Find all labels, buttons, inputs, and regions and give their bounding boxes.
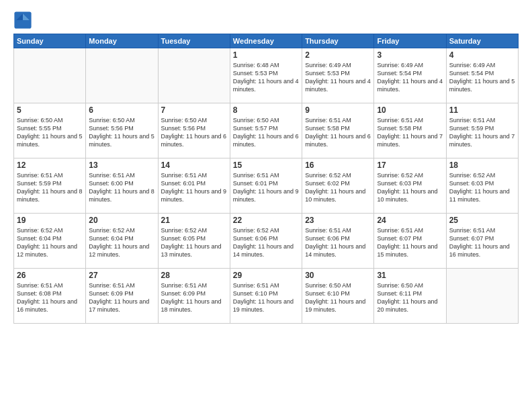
day-info: Sunrise: 6:51 AMSunset: 6:07 PMDaylight:…	[449, 226, 515, 259]
week-row-3: 12Sunrise: 6:51 AMSunset: 5:59 PMDayligh…	[14, 158, 519, 214]
day-number: 14	[161, 161, 227, 170]
day-info: Sunrise: 6:52 AMSunset: 6:02 PMDaylight:…	[305, 171, 371, 204]
day-number: 13	[89, 161, 154, 170]
day-cell: 28Sunrise: 6:51 AMSunset: 6:09 PMDayligh…	[158, 269, 230, 324]
day-info: Sunrise: 6:49 AMSunset: 5:54 PMDaylight:…	[377, 61, 443, 94]
day-info: Sunrise: 6:51 AMSunset: 6:09 PMDaylight:…	[161, 281, 227, 314]
day-info: Sunrise: 6:52 AMSunset: 6:05 PMDaylight:…	[161, 226, 227, 259]
day-info: Sunrise: 6:50 AMSunset: 6:10 PMDaylight:…	[305, 281, 371, 314]
day-number: 20	[89, 216, 154, 225]
day-cell: 30Sunrise: 6:50 AMSunset: 6:10 PMDayligh…	[302, 269, 374, 324]
day-info: Sunrise: 6:51 AMSunset: 6:08 PMDaylight:…	[17, 281, 83, 314]
week-row-1: 1Sunrise: 6:48 AMSunset: 5:53 PMDaylight…	[14, 48, 519, 103]
day-cell: 2Sunrise: 6:49 AMSunset: 5:53 PMDaylight…	[302, 48, 374, 103]
day-cell: 18Sunrise: 6:52 AMSunset: 6:03 PMDayligh…	[446, 158, 518, 214]
weekday-header-row: SundayMondayTuesdayWednesdayThursdayFrid…	[14, 34, 519, 48]
day-info: Sunrise: 6:49 AMSunset: 5:54 PMDaylight:…	[449, 61, 515, 94]
logo	[13, 11, 35, 30]
day-cell: 20Sunrise: 6:52 AMSunset: 6:04 PMDayligh…	[86, 214, 158, 269]
day-cell	[158, 48, 230, 103]
weekday-header-saturday: Saturday	[446, 34, 518, 48]
day-info: Sunrise: 6:51 AMSunset: 6:09 PMDaylight:…	[89, 281, 154, 314]
day-number: 5	[17, 105, 83, 115]
day-number: 31	[377, 271, 443, 280]
day-cell: 8Sunrise: 6:50 AMSunset: 5:57 PMDaylight…	[230, 103, 302, 158]
day-cell: 31Sunrise: 6:50 AMSunset: 6:11 PMDayligh…	[374, 269, 446, 324]
day-info: Sunrise: 6:50 AMSunset: 5:56 PMDaylight:…	[89, 116, 154, 149]
day-number: 2	[305, 50, 371, 60]
day-cell: 25Sunrise: 6:51 AMSunset: 6:07 PMDayligh…	[446, 214, 518, 269]
day-number: 16	[305, 161, 371, 170]
day-number: 12	[17, 161, 83, 170]
day-cell: 13Sunrise: 6:51 AMSunset: 6:00 PMDayligh…	[86, 158, 158, 214]
day-number: 3	[377, 50, 443, 60]
day-number: 10	[377, 105, 443, 115]
weekday-header-tuesday: Tuesday	[158, 34, 230, 48]
day-cell: 14Sunrise: 6:51 AMSunset: 6:01 PMDayligh…	[158, 158, 230, 214]
weekday-header-friday: Friday	[374, 34, 446, 48]
day-cell: 5Sunrise: 6:50 AMSunset: 5:55 PMDaylight…	[14, 103, 86, 158]
day-cell: 3Sunrise: 6:49 AMSunset: 5:54 PMDaylight…	[374, 48, 446, 103]
day-cell	[86, 48, 158, 103]
week-row-5: 26Sunrise: 6:51 AMSunset: 6:08 PMDayligh…	[14, 269, 519, 324]
day-cell: 24Sunrise: 6:51 AMSunset: 6:07 PMDayligh…	[374, 214, 446, 269]
day-info: Sunrise: 6:51 AMSunset: 6:06 PMDaylight:…	[305, 226, 371, 259]
day-number: 25	[449, 216, 515, 225]
day-number: 30	[305, 271, 371, 280]
day-info: Sunrise: 6:51 AMSunset: 5:58 PMDaylight:…	[305, 116, 371, 149]
day-cell: 27Sunrise: 6:51 AMSunset: 6:09 PMDayligh…	[86, 269, 158, 324]
logo-icon	[13, 11, 32, 30]
day-cell: 26Sunrise: 6:51 AMSunset: 6:08 PMDayligh…	[14, 269, 86, 324]
day-info: Sunrise: 6:51 AMSunset: 6:00 PMDaylight:…	[89, 171, 154, 204]
day-cell	[446, 269, 518, 324]
day-number: 27	[89, 271, 154, 280]
day-number: 26	[17, 271, 83, 280]
day-number: 23	[305, 216, 371, 225]
day-number: 24	[377, 216, 443, 225]
day-cell: 1Sunrise: 6:48 AMSunset: 5:53 PMDaylight…	[230, 48, 302, 103]
day-number: 4	[449, 50, 515, 60]
day-info: Sunrise: 6:52 AMSunset: 6:06 PMDaylight:…	[233, 226, 299, 259]
week-row-2: 5Sunrise: 6:50 AMSunset: 5:55 PMDaylight…	[14, 103, 519, 158]
day-info: Sunrise: 6:51 AMSunset: 5:59 PMDaylight:…	[449, 116, 515, 149]
day-info: Sunrise: 6:51 AMSunset: 5:59 PMDaylight:…	[17, 171, 83, 204]
day-number: 8	[233, 105, 299, 115]
day-number: 15	[233, 161, 299, 170]
day-info: Sunrise: 6:52 AMSunset: 6:04 PMDaylight:…	[17, 226, 83, 259]
week-row-4: 19Sunrise: 6:52 AMSunset: 6:04 PMDayligh…	[14, 214, 519, 269]
day-info: Sunrise: 6:51 AMSunset: 5:58 PMDaylight:…	[377, 116, 443, 149]
day-cell: 7Sunrise: 6:50 AMSunset: 5:56 PMDaylight…	[158, 103, 230, 158]
day-number: 22	[233, 216, 299, 225]
day-cell: 16Sunrise: 6:52 AMSunset: 6:02 PMDayligh…	[302, 158, 374, 214]
day-info: Sunrise: 6:50 AMSunset: 6:11 PMDaylight:…	[377, 281, 443, 314]
day-info: Sunrise: 6:50 AMSunset: 5:55 PMDaylight:…	[17, 116, 83, 149]
calendar-table: SundayMondayTuesdayWednesdayThursdayFrid…	[13, 34, 519, 324]
day-info: Sunrise: 6:50 AMSunset: 5:57 PMDaylight:…	[233, 116, 299, 149]
day-cell: 10Sunrise: 6:51 AMSunset: 5:58 PMDayligh…	[374, 103, 446, 158]
header	[13, 11, 519, 30]
day-cell: 22Sunrise: 6:52 AMSunset: 6:06 PMDayligh…	[230, 214, 302, 269]
day-cell: 29Sunrise: 6:51 AMSunset: 6:10 PMDayligh…	[230, 269, 302, 324]
day-number: 11	[449, 105, 515, 115]
day-number: 21	[161, 216, 227, 225]
day-cell: 6Sunrise: 6:50 AMSunset: 5:56 PMDaylight…	[86, 103, 158, 158]
day-info: Sunrise: 6:48 AMSunset: 5:53 PMDaylight:…	[233, 61, 299, 94]
day-info: Sunrise: 6:51 AMSunset: 6:07 PMDaylight:…	[377, 226, 443, 259]
day-number: 18	[449, 161, 515, 170]
day-number: 29	[233, 271, 299, 280]
day-info: Sunrise: 6:49 AMSunset: 5:53 PMDaylight:…	[305, 61, 371, 94]
day-info: Sunrise: 6:52 AMSunset: 6:04 PMDaylight:…	[89, 226, 154, 259]
day-cell: 23Sunrise: 6:51 AMSunset: 6:06 PMDayligh…	[302, 214, 374, 269]
day-cell: 11Sunrise: 6:51 AMSunset: 5:59 PMDayligh…	[446, 103, 518, 158]
day-number: 17	[377, 161, 443, 170]
day-number: 19	[17, 216, 83, 225]
weekday-header-thursday: Thursday	[302, 34, 374, 48]
day-info: Sunrise: 6:52 AMSunset: 6:03 PMDaylight:…	[449, 171, 515, 204]
day-cell: 12Sunrise: 6:51 AMSunset: 5:59 PMDayligh…	[14, 158, 86, 214]
day-number: 9	[305, 105, 371, 115]
day-number: 28	[161, 271, 227, 280]
day-info: Sunrise: 6:52 AMSunset: 6:03 PMDaylight:…	[377, 171, 443, 204]
weekday-header-monday: Monday	[86, 34, 158, 48]
day-cell: 21Sunrise: 6:52 AMSunset: 6:05 PMDayligh…	[158, 214, 230, 269]
day-cell: 9Sunrise: 6:51 AMSunset: 5:58 PMDaylight…	[302, 103, 374, 158]
